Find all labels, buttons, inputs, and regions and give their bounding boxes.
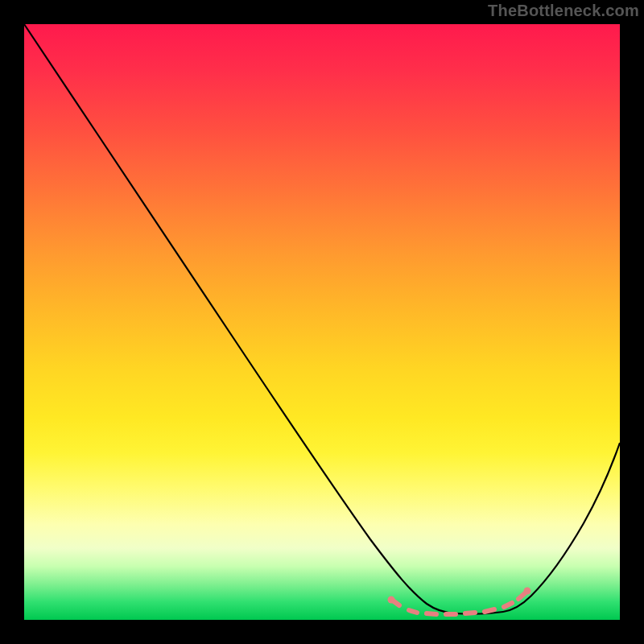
chart-frame: TheBottleneck.com <box>0 0 644 644</box>
optimal-region-end-dot <box>524 588 531 595</box>
watermark-text: TheBottleneck.com <box>488 2 639 20</box>
bottleneck-curve-line <box>24 24 620 614</box>
optimal-region-start-dot <box>388 597 395 604</box>
chart-svg <box>24 24 620 620</box>
plot-outer <box>24 24 620 620</box>
